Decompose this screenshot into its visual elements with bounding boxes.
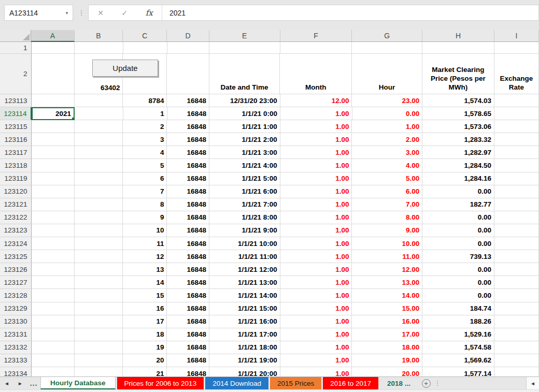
row-header-123116[interactable]: 123116 — [0, 133, 32, 146]
cell-B[interactable] — [75, 120, 123, 133]
cell-A[interactable] — [32, 172, 75, 185]
row-header-123119[interactable]: 123119 — [0, 172, 32, 185]
cell-F[interactable] — [280, 42, 352, 54]
row-header-123127[interactable]: 123127 — [0, 276, 32, 289]
row-header-123120[interactable]: 123120 — [0, 185, 32, 198]
cell-H[interactable]: 1,283.32 — [422, 133, 494, 146]
cell-D[interactable]: 16848 — [167, 367, 209, 376]
cell-A[interactable] — [32, 211, 75, 224]
cell-D[interactable]: 16848 — [167, 107, 209, 120]
sheet-tab-prices-for-2006-to-2013[interactable]: Prices for 2006 to 2013 — [117, 377, 204, 389]
cell-G[interactable]: 11.00 — [352, 250, 422, 263]
tab-scroll-prev-icon[interactable]: ◄ — [0, 377, 13, 389]
cell-I[interactable] — [494, 224, 539, 237]
cell-A[interactable] — [32, 341, 75, 354]
cell-B[interactable] — [75, 224, 123, 237]
cell-E[interactable]: 1/1/21 20:00 — [209, 367, 280, 376]
cell-H[interactable]: 0.00 — [422, 237, 494, 250]
cell-F[interactable]: 1.00 — [280, 276, 352, 289]
name-box-value[interactable]: A123114 — [5, 9, 61, 17]
cell-H[interactable]: 1,573.06 — [422, 120, 494, 133]
cell-I[interactable] — [494, 159, 539, 172]
cell-H[interactable]: 1,282.97 — [422, 146, 494, 159]
cell-E[interactable]: 1/1/21 17:00 — [209, 328, 280, 341]
cell-G[interactable]: 19.00 — [352, 354, 422, 367]
cell-H[interactable]: 0.00 — [422, 263, 494, 276]
cell-H[interactable]: 1,569.62 — [422, 354, 494, 367]
cell-H[interactable]: 1,529.16 — [422, 328, 494, 341]
row-header-123130[interactable]: 123130 — [0, 315, 32, 328]
cell-G[interactable]: 16.00 — [352, 315, 422, 328]
select-all-button[interactable] — [0, 30, 31, 42]
cell-G[interactable]: Hour — [352, 54, 422, 94]
cell-F[interactable]: 1.00 — [280, 367, 352, 376]
cell-B[interactable] — [75, 107, 123, 120]
cell-A[interactable] — [32, 94, 75, 107]
sheet-tab-2018[interactable]: 2018 ... — [380, 377, 418, 389]
cell-D[interactable] — [167, 54, 209, 94]
row-header-1[interactable]: 1 — [0, 42, 32, 54]
row-header-123115[interactable]: 123115 — [0, 120, 32, 133]
cell-F[interactable]: 1.00 — [280, 146, 352, 159]
cell-G[interactable]: 14.00 — [352, 289, 422, 302]
column-header-A[interactable]: A — [31, 30, 74, 42]
row-header-123126[interactable]: 123126 — [0, 263, 32, 276]
cell-H[interactable]: 0.00 — [422, 224, 494, 237]
cell-A[interactable] — [32, 185, 75, 198]
cell-G[interactable]: 0.00 — [352, 107, 423, 120]
cell-H[interactable]: 1,577.14 — [422, 367, 494, 376]
cell-B[interactable] — [75, 341, 123, 354]
cell-F[interactable]: 1.00 — [280, 289, 352, 302]
cell-C[interactable]: 3 — [123, 133, 167, 146]
cell-C[interactable]: 7 — [123, 185, 167, 198]
cell-I[interactable] — [494, 133, 539, 146]
row-header-123114[interactable]: 123114 — [0, 107, 32, 120]
cell-A[interactable] — [32, 54, 75, 94]
cell-E[interactable]: 1/1/21 5:00 — [209, 172, 280, 185]
cell-C[interactable]: 10 — [123, 224, 167, 237]
cell-D[interactable]: 16848 — [167, 159, 209, 172]
cell-E[interactable]: 1/1/21 13:00 — [209, 276, 280, 289]
cell-F[interactable]: 1.00 — [280, 133, 352, 146]
cell-G[interactable]: 4.00 — [352, 159, 422, 172]
cell-G[interactable]: 5.00 — [352, 172, 422, 185]
cell-G[interactable]: 6.00 — [352, 185, 422, 198]
cell-C[interactable]: 1 — [123, 107, 167, 120]
update-button[interactable]: Update — [92, 60, 158, 77]
cell-I[interactable] — [494, 276, 539, 289]
cell-H[interactable]: 0.00 — [422, 211, 494, 224]
cell-D[interactable]: 16848 — [167, 198, 209, 211]
cell-G[interactable]: 2.00 — [352, 133, 422, 146]
cell-G[interactable]: 3.00 — [352, 146, 422, 159]
enter-icon[interactable]: ✓ — [121, 9, 127, 17]
cell-A[interactable] — [32, 224, 75, 237]
formula-bar-drag-handle-icon[interactable]: ⋮ — [77, 5, 86, 21]
row-header-123133[interactable]: 123133 — [0, 354, 32, 367]
cell-F[interactable]: 1.00 — [280, 211, 352, 224]
cell-I[interactable]: Exchange Rate — [494, 54, 539, 94]
cell-H[interactable]: 1,284.16 — [422, 172, 494, 185]
formula-input[interactable]: 2021 — [162, 9, 186, 17]
cell-B[interactable] — [75, 315, 123, 328]
cell-A[interactable] — [32, 315, 75, 328]
cell-E[interactable]: 1/1/21 10:00 — [209, 237, 280, 250]
cell-A[interactable] — [32, 250, 75, 263]
cell-E[interactable]: 1/1/21 15:00 — [209, 302, 280, 315]
sheet-tab-2014-download[interactable]: 2014 Download — [205, 377, 268, 389]
column-header-F[interactable]: F — [280, 30, 352, 42]
cell-C[interactable]: 19 — [123, 341, 167, 354]
cell-E[interactable]: 1/1/21 19:00 — [209, 354, 280, 367]
cell-I[interactable] — [494, 263, 539, 276]
column-header-D[interactable]: D — [167, 30, 209, 42]
cell-I[interactable] — [494, 185, 539, 198]
cell-I[interactable] — [494, 172, 539, 185]
cell-F[interactable]: Month — [280, 54, 352, 94]
cell-G[interactable]: 13.00 — [352, 276, 422, 289]
cell-G[interactable]: 23.00 — [352, 94, 422, 107]
cell-D[interactable]: 16848 — [167, 120, 209, 133]
cell-B[interactable] — [75, 159, 123, 172]
column-header-B[interactable]: B — [75, 30, 123, 42]
cell-D[interactable]: 16848 — [167, 315, 209, 328]
cell-H[interactable]: 0.00 — [422, 276, 494, 289]
cell-D[interactable]: 16848 — [167, 263, 209, 276]
